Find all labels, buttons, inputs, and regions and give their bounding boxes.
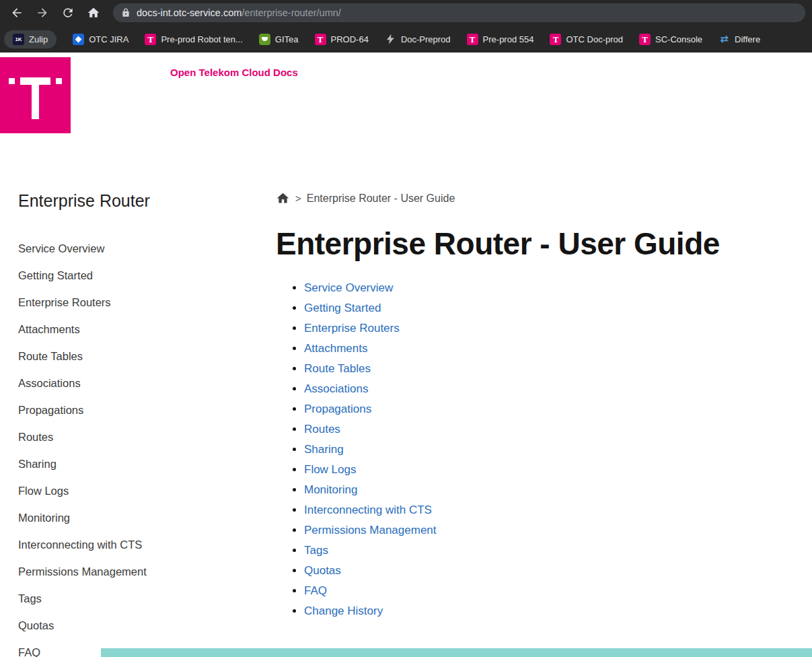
refresh-icon <box>61 6 75 20</box>
logo-dot-left <box>9 78 15 84</box>
back-button[interactable] <box>7 3 27 23</box>
bookmark-item[interactable]: GITea <box>259 34 299 45</box>
toc-item: Permissions Management <box>304 520 785 541</box>
toc-link[interactable]: Interconnecting with CTS <box>304 504 432 516</box>
content: Enterprise Router Service OverviewGettin… <box>0 133 812 657</box>
toc-link[interactable]: Attachments <box>304 342 368 355</box>
sidebar-item[interactable]: Routes <box>18 423 262 450</box>
sidebar-item-label: Enterprise Routers <box>18 296 111 308</box>
sidebar-item-label: Attachments <box>18 323 80 335</box>
sidebar-item[interactable]: Flow Logs <box>18 477 262 504</box>
home-icon <box>87 6 100 20</box>
favicon-icon <box>259 34 270 45</box>
toc-item: Sharing <box>304 440 785 460</box>
favicon-icon <box>315 34 326 45</box>
sidebar-item-label: Route Tables <box>18 350 83 362</box>
sidebar-item[interactable]: Attachments <box>18 316 262 343</box>
forward-button[interactable] <box>32 3 52 23</box>
toc-item: Quotas <box>304 561 785 581</box>
refresh-button[interactable] <box>58 3 78 23</box>
toc-item: Routes <box>304 419 785 440</box>
toc-link[interactable]: Quotas <box>304 564 341 577</box>
browser-chrome: docs-int.otc-service.com/enterprise-rout… <box>0 0 812 53</box>
sidebar-item[interactable]: Enterprise Routers <box>18 289 262 316</box>
sidebar-item-label: Routes <box>18 431 53 443</box>
toc-item: Change History <box>304 601 785 621</box>
bookmark-item[interactable]: SC-Console <box>639 34 702 45</box>
toc-link[interactable]: Propagations <box>304 403 371 415</box>
toc-link[interactable]: Flow Logs <box>304 463 356 476</box>
bookmark-item[interactable]: Differe <box>718 34 760 45</box>
favicon-icon <box>639 34 651 45</box>
address-bar[interactable]: docs-int.otc-service.com/enterprise-rout… <box>113 3 805 22</box>
sidebar-item[interactable]: Getting Started <box>18 262 262 289</box>
sidebar-title: Enterprise Router <box>18 191 262 211</box>
toc-link[interactable]: Permissions Management <box>304 524 437 537</box>
toc-link[interactable]: Change History <box>304 604 383 617</box>
sidebar-item[interactable]: Associations <box>18 370 262 396</box>
sidebar-item-label: Monitoring <box>18 512 70 524</box>
sidebar-item[interactable]: Tags <box>18 585 262 612</box>
sidebar-item[interactable]: Interconnecting with CTS <box>18 531 262 558</box>
bookmark-label: PROD-64 <box>331 34 369 44</box>
bookmark-label: OTC Doc-prod <box>566 34 623 44</box>
logo-t-stem <box>32 77 39 119</box>
bookmark-item[interactable]: Zulip <box>4 30 57 48</box>
url-text: docs-int.otc-service.com/enterprise-rout… <box>137 7 341 18</box>
url-path: /enterprise-router/umn/ <box>242 7 340 18</box>
home-button[interactable] <box>83 3 104 23</box>
toc-link[interactable]: FAQ <box>304 584 327 597</box>
sidebar-item[interactable]: Route Tables <box>18 343 262 370</box>
toc-link[interactable]: Getting Started <box>304 302 381 314</box>
breadcrumb-page-label: Enterprise Router - User Guide <box>307 193 455 205</box>
bookmark-label: OTC JIRA <box>89 34 128 44</box>
page-title: Enterprise Router - User Guide <box>276 226 785 262</box>
favicon-icon <box>467 34 478 45</box>
bookmark-label: Doc-Preprod <box>401 34 451 44</box>
sidebar-item[interactable]: Sharing <box>18 450 262 477</box>
sidebar-item[interactable]: Permissions Management <box>18 558 262 585</box>
toc-link[interactable]: Monitoring <box>304 483 357 496</box>
favicon-icon <box>145 34 156 45</box>
toc-item: Route Tables <box>304 359 785 379</box>
toc-item: Associations <box>304 379 785 399</box>
bookmark-label: GITea <box>275 34 299 44</box>
telekom-logo[interactable] <box>0 57 71 133</box>
toc-item: Propagations <box>304 399 785 419</box>
bookmark-item[interactable]: PROD-64 <box>315 34 369 45</box>
sidebar-item[interactable]: Quotas <box>18 612 262 639</box>
sidebar: Enterprise Router Service OverviewGettin… <box>0 133 276 657</box>
sidebar-item-label: Quotas <box>18 619 54 631</box>
bookmark-item[interactable]: OTC Doc-prod <box>550 34 623 45</box>
toc-link[interactable]: Enterprise Routers <box>304 322 400 335</box>
forward-icon <box>36 6 49 20</box>
toc-link[interactable]: Sharing <box>304 443 344 456</box>
bookmark-label: SC-Console <box>655 34 702 44</box>
breadcrumb: > Enterprise Router - User Guide <box>276 191 785 205</box>
bookmark-item[interactable]: Pre-prod Robot ten... <box>145 34 242 45</box>
sidebar-item-label: Flow Logs <box>18 485 69 497</box>
sidebar-item-label: Tags <box>18 592 42 604</box>
brand-title[interactable]: Open Telekom Cloud Docs <box>170 67 298 78</box>
site-header: Open Telekom Cloud Docs <box>0 53 812 133</box>
sidebar-list: Service OverviewGetting StartedEnterpris… <box>18 235 262 657</box>
sidebar-item-label: Sharing <box>18 458 57 470</box>
favicon-icon <box>385 34 396 45</box>
sidebar-item[interactable]: Monitoring <box>18 504 262 531</box>
bookmark-item[interactable]: Doc-Preprod <box>385 34 451 45</box>
breadcrumb-home-icon[interactable] <box>276 191 290 205</box>
toc-link[interactable]: Tags <box>304 544 328 557</box>
bookmark-item[interactable]: OTC JIRA <box>73 34 128 45</box>
sidebar-item[interactable]: Propagations <box>18 396 262 423</box>
sidebar-item[interactable]: Service Overview <box>18 235 262 262</box>
bookmark-item[interactable]: Pre-prod 554 <box>467 34 534 45</box>
toc-item: Service Overview <box>304 278 785 298</box>
toc-link[interactable]: Service Overview <box>304 281 393 294</box>
toc-link[interactable]: Route Tables <box>304 362 371 375</box>
favicon-icon <box>718 34 730 45</box>
toc-link[interactable]: Routes <box>304 423 340 436</box>
toc-link[interactable]: Associations <box>304 382 368 395</box>
header-right: Open Telekom Cloud Docs <box>170 57 298 133</box>
page-footer-strip <box>101 648 812 657</box>
toc-item: Enterprise Routers <box>304 318 785 339</box>
